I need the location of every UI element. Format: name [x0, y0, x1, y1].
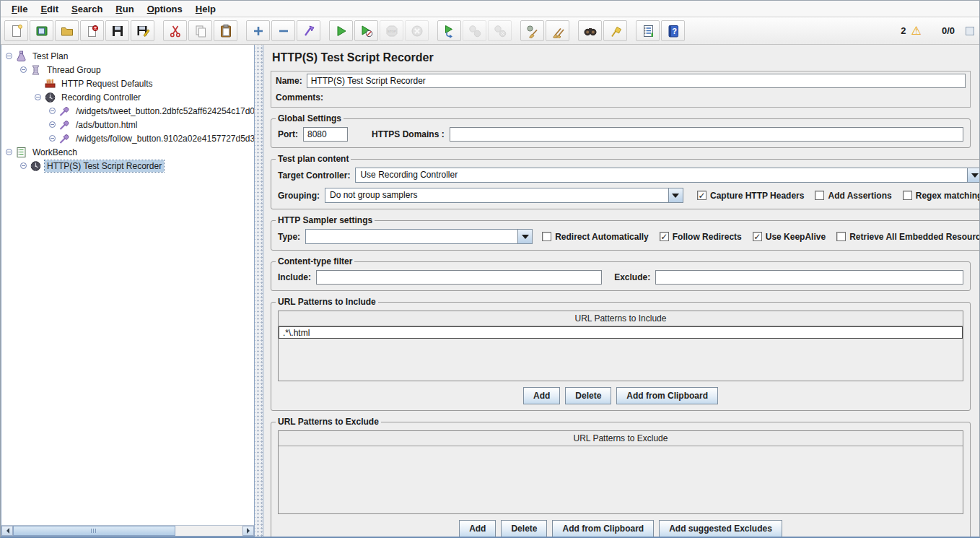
checkbox-capture-http-headers[interactable]: Capture HTTP Headers: [697, 191, 804, 201]
content-area: Test PlanThread GroupHTTP Request Defaul…: [1, 45, 979, 537]
menu-help[interactable]: Help: [189, 2, 222, 16]
toolbar-open-folder-button[interactable]: [55, 20, 79, 41]
tree-node-workbench[interactable]: WorkBench: [1, 145, 254, 159]
start-icon: [334, 24, 349, 38]
tree-handle-icon[interactable]: [35, 94, 41, 100]
name-input[interactable]: [307, 74, 966, 88]
menu-search[interactable]: Search: [65, 2, 109, 16]
toolbar-remote-stop-all-button[interactable]: [463, 20, 486, 41]
tree-node-ads-button-html[interactable]: /ads/button.html: [1, 118, 254, 131]
log-error-count[interactable]: 2: [901, 25, 906, 36]
toolbar-new-file-button[interactable]: [4, 20, 28, 41]
toolbar-function-helper-button[interactable]: [636, 20, 660, 41]
checkbox-retrieve-all-embedded-resources[interactable]: Retrieve All Embedded Resources: [836, 232, 979, 242]
global-settings-legend: Global Settings: [276, 113, 344, 123]
tree-node-http-request-defaults[interactable]: HTTP Request Defaults: [1, 77, 254, 90]
toolbar-cut-button[interactable]: [163, 20, 187, 41]
tree-handle-icon[interactable]: [20, 66, 27, 73]
scroll-left-arrow[interactable]: [1, 526, 13, 536]
content-exclude-input[interactable]: [655, 270, 963, 285]
toolbar-clear-all-button[interactable]: [546, 20, 569, 41]
http-sampler-settings-section: HTTP Sampler settings Type: Redirect Aut…: [271, 215, 979, 251]
checkbox-label: Redirect Automatically: [555, 232, 649, 242]
toggle-icon: [302, 24, 316, 38]
tree-node-thread-group[interactable]: Thread Group: [1, 63, 254, 77]
clear-icon: [525, 24, 540, 38]
menu-options[interactable]: Options: [141, 2, 189, 16]
chevron-down-icon[interactable]: [668, 188, 683, 202]
warning-icon[interactable]: [911, 24, 922, 38]
target-controller-combo[interactable]: Use Recording Controller: [355, 168, 979, 183]
tree-handle-icon[interactable]: [49, 108, 56, 114]
url-include-table-body[interactable]: .*\.html: [279, 326, 963, 381]
checkbox-use-keepalive[interactable]: Use KeepAlive: [753, 232, 826, 242]
tree-handle-icon[interactable]: [20, 162, 27, 169]
tree-node-recording-controller[interactable]: Recording Controller: [1, 90, 254, 104]
https-domains-input[interactable]: [450, 127, 963, 142]
save-icon: [110, 24, 125, 38]
tree-node-test-plan[interactable]: Test Plan: [1, 49, 254, 63]
checkbox-add-assertions[interactable]: Add Assertions: [815, 191, 891, 201]
toolbar-remote-shutdown-all-button[interactable]: [488, 20, 512, 41]
scroll-right-arrow[interactable]: [242, 526, 254, 536]
stop-icon: STOP: [385, 24, 399, 38]
toolbar: STOP? 2 0/0: [1, 17, 979, 45]
menu-file[interactable]: File: [5, 2, 34, 16]
content-include-input[interactable]: [316, 270, 602, 285]
url-patterns-include-section: URL Patterns to Include URL Patterns to …: [271, 297, 971, 411]
toolbar-copy-button[interactable]: [188, 20, 212, 41]
add-button[interactable]: Add: [459, 520, 496, 537]
tree-node-http-s-test-script-recorder[interactable]: HTTP(S) Test Script Recorder: [1, 159, 254, 173]
toolbar-clear-button[interactable]: [520, 20, 544, 41]
toolbar-collapse-all-button[interactable]: [271, 20, 295, 41]
sampler-type-combo[interactable]: [305, 229, 533, 244]
checkbox-follow-redirects[interactable]: Follow Redirects: [660, 232, 742, 242]
toolbar-start-button[interactable]: [329, 20, 353, 41]
toolbar-close-file-button[interactable]: [80, 20, 104, 41]
add-button[interactable]: Add: [523, 387, 560, 404]
delete-button[interactable]: Delete: [565, 387, 611, 404]
toolbar-save-as-button[interactable]: [131, 20, 154, 41]
add-from-clipboard-button[interactable]: Add from Clipboard: [552, 520, 654, 537]
toolbar-remote-start-all-button[interactable]: [437, 20, 461, 41]
delete-button[interactable]: Delete: [501, 520, 547, 537]
add-from-clipboard-button[interactable]: Add from Clipboard: [616, 387, 718, 404]
toolbar-toggle-button[interactable]: [297, 20, 320, 41]
sampler-icon: [58, 105, 71, 117]
comments-input[interactable]: [328, 90, 966, 105]
url-include-table: URL Patterns to Include .*\.html: [278, 311, 963, 381]
tree-node-widgets-follow-button-9102a02e4157727d5d[interactable]: /widgets/follow_button.9102a02e4157727d5…: [1, 131, 254, 145]
toolbar-search-button[interactable]: [578, 20, 602, 41]
tree-node-widgets-tweet-button-2dbfc52aff624254c17[interactable]: /widgets/tweet_button.2dbfc52aff624254c1…: [1, 104, 254, 118]
chevron-down-icon[interactable]: [517, 230, 532, 243]
add-suggested-excludes-button[interactable]: Add suggested Excludes: [659, 520, 782, 537]
toolbar-search-reset-button[interactable]: [603, 20, 627, 41]
tree-handle-icon[interactable]: [49, 121, 56, 128]
checkbox-redirect-automatically[interactable]: Redirect Automatically: [542, 232, 649, 242]
grouping-combo[interactable]: Do not group samplers: [325, 188, 683, 203]
url-pattern-row[interactable]: .*\.html: [279, 326, 963, 339]
toolbar-save-button[interactable]: [105, 20, 129, 41]
toolbar-templates-button[interactable]: [30, 20, 53, 41]
split-pane-divider[interactable]: [255, 45, 263, 537]
port-input[interactable]: [303, 127, 348, 142]
toolbar-stop-button[interactable]: STOP: [380, 20, 403, 41]
scrollbar-thumb[interactable]: [13, 526, 175, 536]
chevron-down-icon[interactable]: [967, 168, 979, 182]
menu-run[interactable]: Run: [109, 2, 140, 16]
tree-handle-icon[interactable]: [49, 135, 56, 142]
menu-edit[interactable]: Edit: [34, 2, 65, 16]
toolbar-start-no-pauses-button[interactable]: [354, 20, 378, 41]
url-exclude-table-body[interactable]: [279, 446, 963, 513]
url-include-buttons: AddDeleteAdd from Clipboard: [278, 387, 963, 404]
toolbar-expand-all-button[interactable]: [246, 20, 270, 41]
toolbar-shutdown-button[interactable]: [405, 20, 429, 41]
checkbox-regex-matching[interactable]: Regex matching: [903, 191, 979, 201]
tree-handle-icon[interactable]: [6, 53, 12, 59]
toolbar-paste-button[interactable]: [214, 20, 237, 41]
http-sampler-settings-legend: HTTP Sampler settings: [276, 215, 375, 225]
scrollbar-track[interactable]: [175, 526, 242, 536]
test-plan-content-legend: Test plan content: [276, 154, 351, 164]
tree-handle-icon[interactable]: [6, 149, 12, 155]
toolbar-help-button[interactable]: ?: [661, 20, 685, 41]
